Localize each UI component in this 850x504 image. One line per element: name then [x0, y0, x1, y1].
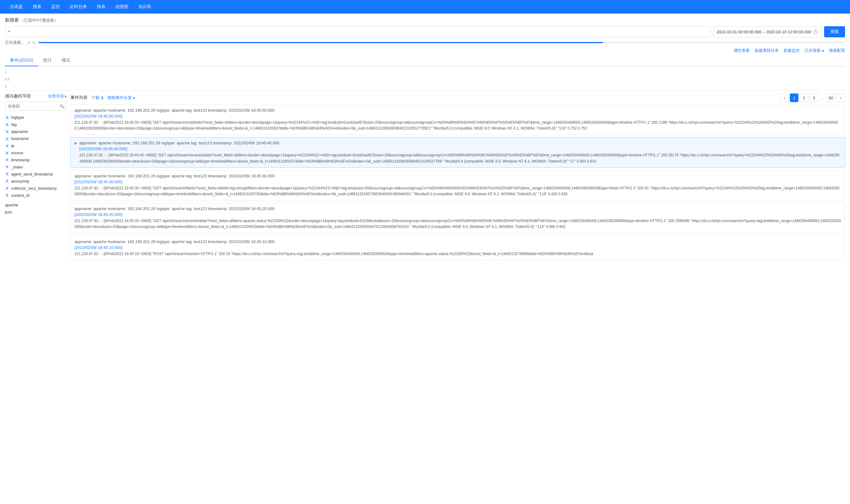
prev-page-button[interactable]: ‹ — [780, 93, 789, 102]
event-body-4: 221.226.97.92 - - [9/Feb/2022:18:45:20 +… — [74, 218, 841, 230]
event-meta-3: appname: apache hostname: 192.168.201.26… — [74, 174, 841, 178]
download-button[interactable]: 下载 ⬇ — [91, 95, 104, 101]
event-body-2: 221.226.97.92 - - [9/Feb/2022:18:45:40 +… — [79, 152, 841, 164]
chart-y-mid: 0.5 — [5, 77, 10, 81]
chevron-down-icon: ▾ — [133, 96, 135, 100]
field-type-num: # — [5, 193, 9, 198]
sidebar-title: 感兴趣的字段 — [5, 93, 31, 99]
field-item-context-id[interactable]: # context_id — [5, 192, 67, 199]
nav-item-knowledge[interactable]: 知识库 — [133, 0, 156, 14]
limit-label: 限制事件长度 — [108, 95, 132, 101]
event-link-3[interactable]: [2022/02/09/ 18:45:30.000] — [74, 180, 122, 184]
new-monitor-button[interactable]: 新建监控 — [784, 48, 800, 53]
field-item-appname[interactable]: a appname — [5, 128, 67, 135]
search-input[interactable] — [8, 30, 707, 34]
nav-item-search[interactable]: 搜索 — [28, 0, 46, 14]
content-layout: 感兴趣的字段 全部字段 ▾ 🔍 a logtype a tag — [5, 93, 845, 263]
next-page-button[interactable]: › — [836, 93, 845, 102]
event-link-1[interactable]: [2022/02/09/ 18:45:50.000] — [74, 114, 122, 119]
page-ellipsis: ... — [819, 96, 825, 100]
field-type-str: a — [5, 144, 9, 148]
page-1-button[interactable]: 1 — [790, 93, 798, 102]
events-toolbar: 事件列表 下载 ⬇ 限制事件长度 ▾ ‹ 1 2 3 ... — [70, 93, 845, 102]
nav-item-report[interactable]: 报表 — [92, 0, 110, 14]
chart-y-labels: 1 0.5 0 — [5, 70, 10, 89]
field-item-anonymity[interactable]: # anonymity — [5, 178, 67, 185]
search-input-wrap[interactable] — [5, 26, 711, 37]
event-item-4: appname: apache hostname: 192.168.201.26… — [70, 203, 845, 233]
sidebar-filter-button[interactable]: 全部字段 ▾ — [48, 93, 67, 99]
field-type-str: a — [5, 123, 9, 127]
nav-item-dashboard[interactable]: 仪表盘 — [5, 0, 28, 14]
saved-search-button[interactable]: 已存搜索 ▾ — [804, 48, 824, 53]
event-meta-2: appname: apache hostname: 192.168.201.26… — [79, 141, 841, 145]
page-title: 新搜索 — [5, 17, 19, 23]
field-item-hostname[interactable]: a hostname — [5, 135, 67, 142]
field-type-num: # — [5, 165, 9, 169]
search-icon: 🔍 — [59, 104, 65, 109]
field-type-num: # — [5, 186, 9, 191]
attribute-check-button[interactable]: 属性查看 — [733, 48, 750, 53]
tab-events[interactable]: 事件(20102) — [5, 55, 38, 66]
new-offline-task-button[interactable]: 新建离线任务 — [755, 48, 779, 53]
field-list: a logtype a tag a appname a hostname a — [5, 114, 67, 199]
expand-icon[interactable]: ▶ — [74, 141, 77, 145]
chart-y-max: 1 — [5, 70, 10, 74]
event-item-1: appname: apache hostname: 192.168.201.26… — [70, 105, 845, 135]
nav-item-trend[interactable]: 趋势图 — [110, 0, 133, 14]
pause-icon[interactable]: ⊙ — [28, 40, 31, 45]
progress-row: 正在搜索... ⊙ ⊙ — [5, 40, 845, 46]
page-50-button[interactable]: 50 — [827, 93, 835, 102]
page-3-button[interactable]: 3 — [810, 93, 818, 102]
nav-item-monitor[interactable]: 监控 — [46, 0, 65, 14]
event-item-2: ▶ appname: apache hostname: 192.168.201.… — [70, 137, 845, 167]
event-meta-5: appname: apache hostname: 192.168.201.26… — [74, 239, 841, 244]
stop-icon[interactable]: ⊙ — [32, 40, 35, 45]
field-item-agent-send-timestamp[interactable]: # agent_send_timestamp — [5, 170, 67, 178]
page-header: 新搜索 （已选中0个数据集） — [5, 17, 845, 23]
filter-label: 全部字段 — [48, 93, 64, 99]
search-bar-row: 2022-02-01 00:00:00.000 – 2022-02-10 12:… — [5, 26, 845, 37]
event-link-2[interactable]: [2022/02/09/ 18:45:40.000] — [79, 146, 127, 151]
date-range-value: 2022-02-01 00:00:00.000 – 2022-02-10 12:… — [717, 30, 811, 34]
field-type-str: a — [5, 137, 9, 141]
tab-patterns[interactable]: 模式 — [57, 55, 75, 66]
download-label: 下载 — [91, 95, 100, 101]
field-item-source[interactable]: a source — [5, 149, 67, 156]
event-meta-4: appname: apache hostname: 192.168.201.26… — [74, 206, 841, 211]
page-2-button[interactable]: 2 — [800, 93, 808, 102]
field-item-tag[interactable]: a tag — [5, 121, 67, 128]
chevron-down-icon: ▾ — [65, 94, 67, 99]
events-toolbar-left: 事件列表 下载 ⬇ 限制事件长度 ▾ — [70, 95, 135, 101]
chevron-down-icon: ▾ — [822, 49, 824, 53]
sidebar-search-input[interactable] — [8, 104, 59, 109]
field-item-ip[interactable]: a ip — [5, 142, 67, 149]
events-title: 事件列表 — [70, 95, 88, 101]
search-config-button[interactable]: 搜索配置 — [829, 48, 845, 53]
sidebar-search[interactable]: 🔍 — [5, 102, 67, 111]
field-item-json[interactable]: json — [5, 209, 67, 216]
field-item-collector-recv-timestamp[interactable]: # collector_recv_timestamp — [5, 185, 67, 192]
progress-bar — [39, 42, 845, 43]
field-item-apache[interactable]: apache — [5, 201, 67, 209]
field-item-timestamp[interactable]: # timestamp — [5, 156, 67, 163]
limit-length-button[interactable]: 限制事件长度 ▾ — [108, 95, 135, 101]
sidebar-header: 感兴趣的字段 全部字段 ▾ — [5, 93, 67, 99]
nav-item-scheduled[interactable]: 定时任务 — [65, 0, 92, 14]
chart-y-min: 0 — [5, 85, 10, 89]
field-item-logtype[interactable]: a logtype — [5, 114, 67, 121]
field-type-str: a — [5, 115, 9, 120]
progress-icons[interactable]: ⊙ ⊙ — [28, 40, 35, 45]
event-body-5: 221.226.97.92 - - [9/Feb/2022:18:45:10 +… — [74, 251, 841, 257]
action-toolbar: 属性查看 新建离线任务 新建监控 已存搜索 ▾ 搜索配置 — [5, 48, 845, 53]
event-link-5[interactable]: [2022/02/09/ 18:45:10.000] — [74, 245, 122, 250]
download-icon: ⬇ — [101, 96, 104, 100]
search-button[interactable]: 搜索 — [824, 26, 845, 37]
sidebar: 感兴趣的字段 全部字段 ▾ 🔍 a logtype a tag — [5, 93, 67, 263]
chart-area: 1 0.5 0 — [5, 69, 845, 90]
field-item-index[interactable]: # _index — [5, 163, 67, 170]
date-range-picker[interactable]: 2022-02-01 00:00:00.000 – 2022-02-10 12:… — [713, 26, 821, 37]
field-type-num: # — [5, 179, 9, 183]
tab-stats[interactable]: 统计 — [38, 55, 57, 66]
event-link-4[interactable]: [2022/02/09/ 18:45:20.000] — [74, 212, 122, 217]
